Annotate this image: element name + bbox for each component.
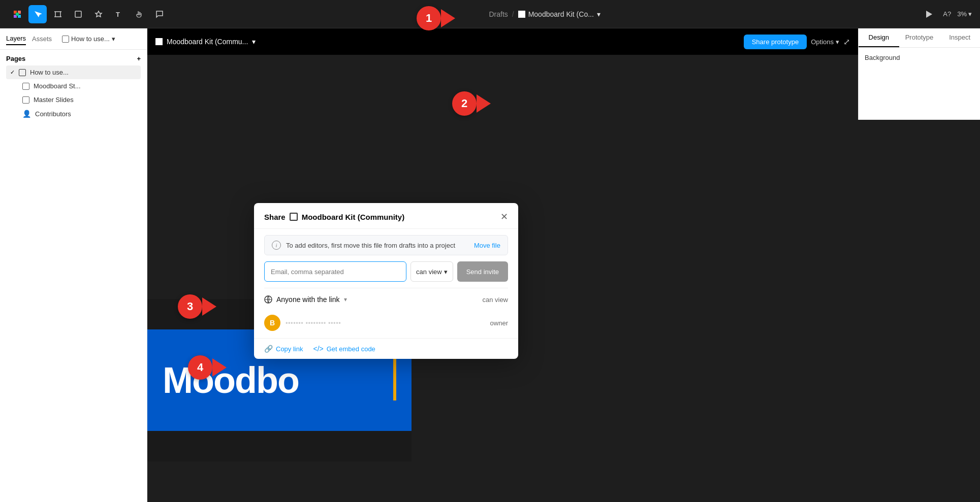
left-panel: Layers Assets How to use... ▾ Pages + ✓ … xyxy=(0,28,147,502)
tab-assets[interactable]: Assets xyxy=(32,33,52,45)
file-type-icon xyxy=(518,11,525,18)
options-label: Options xyxy=(811,38,834,46)
move-file-link[interactable]: Move file xyxy=(474,242,500,249)
user-row: B ••••••• •••••••• ••••• owner xyxy=(254,311,518,338)
svg-marker-12 xyxy=(926,11,932,18)
link-access-label: Anyone with the link xyxy=(276,295,340,304)
present-button[interactable] xyxy=(921,6,937,22)
prototype-header: Moodboard Kit (Commu... ▾ Share prototyp… xyxy=(147,28,858,55)
page-item-label-2: Moodboard St... xyxy=(34,82,81,90)
page-item-master[interactable]: Master Slides xyxy=(6,93,141,107)
share-prototype-button[interactable]: Share prototype xyxy=(744,35,807,49)
code-icon: </> xyxy=(313,345,323,353)
page-item-contributors[interactable]: 👤 Contributors xyxy=(6,107,141,121)
tab-design[interactable]: Design xyxy=(859,28,899,47)
page-tab-label: How to use... xyxy=(71,35,110,43)
permission-label: can view xyxy=(416,268,442,276)
check-icon: ✓ xyxy=(10,69,15,76)
right-panel-content: Background xyxy=(859,48,980,68)
panel-tab-bar: Layers Assets How to use... ▾ xyxy=(0,28,147,50)
modal-title-area: Share Moodboard Kit (Community) xyxy=(264,213,404,221)
tab-prototype[interactable]: Prototype xyxy=(899,28,940,47)
hand-tool-button[interactable] xyxy=(130,5,148,23)
proto-title-text: Moodboard Kit (Commu... xyxy=(167,38,248,46)
zoom-control[interactable]: 3% ▾ xyxy=(957,10,972,18)
svg-rect-5 xyxy=(55,12,60,17)
zoom-chevron: ▾ xyxy=(968,10,972,18)
moodboard-blue-right xyxy=(381,400,412,431)
tab-how-to-use[interactable]: How to use... ▾ xyxy=(62,35,115,43)
user-avatar: B xyxy=(264,315,280,331)
toolbar-tools: T xyxy=(8,5,169,23)
pages-label: Pages xyxy=(6,55,25,62)
modal-file-name: Moodboard Kit (Community) xyxy=(302,213,404,221)
modal-file-type-icon xyxy=(290,213,298,221)
main-toolbar: T Drafts / Moodboard Kit (Co... ▾ A? 3% … xyxy=(0,0,980,28)
options-chevron: ▾ xyxy=(836,38,839,46)
link-access-row: Anyone with the link ▾ can view xyxy=(254,288,518,311)
page-type-icon-2 xyxy=(22,83,29,90)
page-type-icon-3 xyxy=(22,96,29,104)
frame-tool-button[interactable] xyxy=(49,5,67,23)
link-chain-icon: 🔗 xyxy=(264,345,273,353)
modal-invite-row: can view ▾ Send invite xyxy=(254,261,518,288)
modal-info-bar: i To add editors, first move this file f… xyxy=(264,235,508,255)
add-page-button[interactable]: + xyxy=(137,55,141,62)
user-name: ••••••• •••••••• ••••• xyxy=(286,319,341,327)
file-dropdown-icon: ▾ xyxy=(597,10,600,18)
copy-link-button[interactable]: 🔗 Copy link xyxy=(264,345,303,353)
pen-tool-button[interactable] xyxy=(89,5,108,23)
text-tool-button[interactable]: T xyxy=(110,5,128,23)
toolbar-breadcrumb: Drafts / Moodboard Kit (Co... ▾ xyxy=(173,10,916,18)
page-tab-chevron: ▾ xyxy=(112,35,115,43)
email-input[interactable] xyxy=(264,261,406,282)
user-icon: 👤 xyxy=(22,110,31,118)
page-icon-small xyxy=(62,36,69,43)
svg-rect-10 xyxy=(75,11,81,17)
share-modal[interactable]: Share Moodboard Kit (Community) ✕ i To a… xyxy=(254,203,518,359)
right-panel: Design Prototype Inspect Background xyxy=(858,28,980,120)
link-access-left[interactable]: Anyone with the link ▾ xyxy=(264,295,347,304)
proto-file-icon xyxy=(155,38,163,45)
svg-text:T: T xyxy=(116,11,120,18)
breadcrumb-drafts: Drafts xyxy=(489,10,508,18)
modal-info-text: To add editors, first move this file fro… xyxy=(286,242,455,249)
get-embed-code-button[interactable]: </> Get embed code xyxy=(313,345,375,353)
modal-footer: 🔗 Copy link </> Get embed code xyxy=(254,338,518,359)
link-icon xyxy=(264,295,272,304)
help-button[interactable]: A? xyxy=(943,10,951,18)
select-tool-button[interactable] xyxy=(28,5,47,23)
send-invite-button[interactable]: Send invite xyxy=(457,261,508,282)
file-name: Moodboard Kit (Co... xyxy=(528,10,594,18)
background-label: Background xyxy=(865,54,900,61)
modal-close-button[interactable]: ✕ xyxy=(500,211,508,222)
figma-menu-button[interactable] xyxy=(8,5,26,23)
tab-inspect[interactable]: Inspect xyxy=(939,28,980,47)
options-button[interactable]: Options ▾ xyxy=(811,38,839,46)
modal-header: Share Moodboard Kit (Community) ✕ xyxy=(254,203,518,229)
file-title-area[interactable]: Moodboard Kit (Co... ▾ xyxy=(518,10,600,18)
breadcrumb-separator: / xyxy=(512,10,514,18)
user-info: B ••••••• •••••••• ••••• xyxy=(264,315,341,331)
page-item-how-to-use[interactable]: ✓ How to use... xyxy=(6,65,141,79)
embed-code-label: Get embed code xyxy=(327,345,375,353)
toolbar-right-actions: A? 3% ▾ xyxy=(921,6,972,22)
tab-layers[interactable]: Layers xyxy=(6,32,26,45)
comment-tool-button[interactable] xyxy=(150,5,169,23)
link-access-permission: can view xyxy=(482,296,508,304)
expand-button[interactable]: ⤢ xyxy=(843,37,850,47)
copy-link-label: Copy link xyxy=(276,345,303,353)
page-item-moodboard[interactable]: Moodboard St... xyxy=(6,79,141,93)
page-item-label-4: Contributors xyxy=(35,110,71,118)
pages-section-header: Pages + xyxy=(0,50,147,65)
page-item-label: How to use... xyxy=(30,69,69,76)
permission-dropdown[interactable]: can view ▾ xyxy=(410,261,453,282)
permission-chevron: ▾ xyxy=(444,268,448,276)
page-type-icon xyxy=(19,69,26,76)
page-item-label-3: Master Slides xyxy=(34,96,74,104)
proto-action-buttons: Share prototype Options ▾ ⤢ xyxy=(744,35,850,49)
shape-tool-button[interactable] xyxy=(69,5,87,23)
moodboard-title-text: Moodbo xyxy=(163,359,299,401)
svg-rect-4 xyxy=(16,13,19,16)
modal-title-prefix: Share xyxy=(264,213,286,221)
